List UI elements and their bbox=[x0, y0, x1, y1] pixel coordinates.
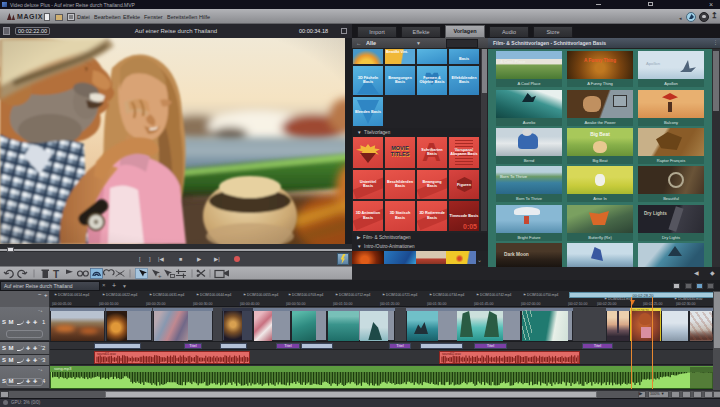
svg-text:+: + bbox=[158, 273, 162, 279]
svg-text:T: T bbox=[53, 268, 59, 279]
